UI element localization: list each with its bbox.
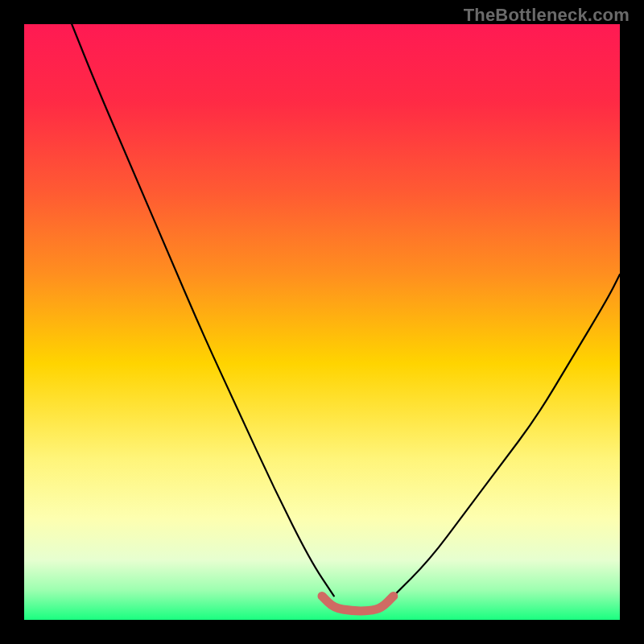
right-curve — [394, 275, 620, 597]
watermark-text: TheBottleneck.com — [464, 5, 630, 26]
bottom-smile — [322, 596, 394, 611]
left-curve — [72, 24, 334, 596]
plot-area — [24, 24, 620, 620]
curve-layer — [24, 24, 620, 620]
chart-stage: TheBottleneck.com — [0, 0, 644, 644]
